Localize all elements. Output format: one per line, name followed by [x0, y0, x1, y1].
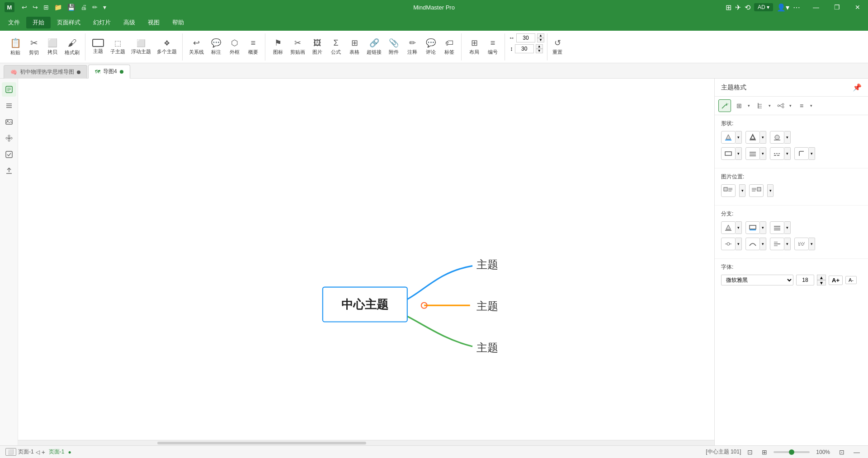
branch-node-btn[interactable] [721, 238, 736, 250]
frame-btn[interactable]: ⬡ 外框 [226, 34, 244, 60]
menu-view[interactable]: 视图 [142, 17, 166, 28]
more-right-btn[interactable]: ⋯ [793, 3, 800, 12]
fullscreen-btn[interactable]: ⊞ [726, 3, 731, 12]
page-nav-prev[interactable]: ◁ [36, 449, 40, 455]
branch-underline-arrow[interactable]: ▾ [760, 221, 766, 234]
width-down-btn[interactable]: ▼ [537, 38, 544, 42]
save-btn[interactable]: 💾 [66, 3, 77, 12]
branch-fill-btn[interactable] [721, 221, 736, 234]
side-nav-image[interactable] [2, 115, 16, 129]
table-btn[interactable]: ⊞ 表格 [345, 34, 363, 60]
line-style-btn[interactable] [745, 147, 760, 160]
circle-arrow[interactable]: ▾ [784, 131, 791, 144]
numbering-btn[interactable]: ≡ 编号 [484, 34, 502, 60]
menu-slideshow[interactable]: 幻灯片 [87, 17, 117, 28]
menu-start[interactable]: 开始 [26, 17, 51, 28]
tab-mindmap4[interactable]: 🗺 导图4 [88, 65, 130, 79]
corner-style-btn[interactable] [794, 147, 809, 160]
panel-tool-tree-arrow[interactable]: ▾ [766, 99, 773, 112]
hyperlink-btn[interactable]: 🔗 超链接 [364, 34, 384, 60]
menu-page-style[interactable]: 页面样式 [51, 17, 87, 28]
panel-tool-wand[interactable] [718, 99, 731, 112]
font-increase-btn[interactable]: A+ [829, 276, 843, 285]
branch-line-btn[interactable] [770, 221, 784, 234]
branch-dash-btn[interactable] [794, 238, 809, 250]
branch-arrow-side-arrow[interactable]: ▾ [784, 238, 791, 250]
font-size-input[interactable] [796, 275, 814, 285]
fullscreen-btn[interactable]: ⊡ [836, 448, 847, 457]
panel-tool-tree[interactable] [754, 99, 766, 112]
font-family-select[interactable]: 微软雅黑 宋体 黑体 Arial [721, 275, 793, 285]
close-btn[interactable]: ✕ [847, 0, 868, 14]
fill-color-btn[interactable] [721, 131, 736, 144]
comment-btn[interactable]: 💬 评论 [422, 34, 440, 60]
panel-tool-list[interactable]: ≡ [795, 99, 808, 112]
scrollbar-thumb[interactable] [157, 442, 366, 444]
branch-curve-arrow[interactable]: ▾ [760, 238, 766, 250]
menu-advanced[interactable]: 高级 [117, 17, 142, 28]
line-style-arrow[interactable]: ▾ [760, 147, 766, 160]
maximize-btn[interactable]: ❐ [826, 0, 847, 14]
dash-style-btn[interactable] [770, 147, 784, 160]
panel-pin-btn[interactable]: 📌 [853, 83, 862, 92]
width-input[interactable] [516, 33, 535, 42]
copy-btn[interactable]: ⬜ 拷贝 [43, 34, 61, 60]
panel-tool-node[interactable] [774, 99, 787, 112]
format-brush-btn[interactable]: 🖌 格式刷 [62, 34, 82, 60]
summary-btn[interactable]: ≡ 概要 [244, 34, 262, 60]
fill-color-arrow[interactable]: ▾ [736, 131, 742, 144]
border-style-arrow[interactable]: ▾ [736, 147, 742, 160]
branch-curve-btn[interactable] [745, 238, 760, 250]
multi-topic-btn[interactable]: ❖ 多个主题 [154, 34, 179, 60]
fit-page-btn[interactable]: ⊞ [759, 448, 770, 457]
font-size-down-btn[interactable]: ▼ [817, 280, 826, 285]
subtopic-btn[interactable]: ⬚ 子主题 [108, 34, 128, 60]
note-btn[interactable]: ✏ 注释 [403, 34, 421, 60]
icon-btn[interactable]: ⚑ 图标 [269, 34, 287, 60]
stroke-color-arrow[interactable]: ▾ [760, 131, 766, 144]
side-nav-style[interactable] [2, 82, 16, 97]
formula-btn[interactable]: Σ 公式 [327, 34, 345, 60]
stroke-color-btn[interactable] [745, 131, 760, 144]
relation-btn[interactable]: ↩ 关系线 [186, 34, 207, 60]
branch-underline-btn[interactable] [745, 221, 760, 234]
branch-line-arrow[interactable]: ▾ [784, 221, 791, 234]
img-right-btn[interactable] [749, 184, 764, 197]
corner-style-arrow[interactable]: ▾ [809, 147, 815, 160]
side-nav-check[interactable] [2, 147, 16, 162]
panel-tool-node-arrow[interactable]: ▾ [787, 99, 793, 112]
branch-arrow-btn[interactable] [770, 238, 784, 250]
horizontal-scrollbar[interactable] [18, 440, 714, 445]
send-btn[interactable]: ✈ [735, 3, 741, 12]
minimize-panel-btn[interactable]: — [851, 448, 863, 457]
new-btn[interactable]: ⊞ [42, 3, 51, 12]
menu-help[interactable]: 帮助 [166, 17, 190, 28]
user-btn[interactable]: 👤▾ [777, 3, 789, 12]
page-add-btn[interactable]: + [42, 449, 45, 456]
panel-tool-list-arrow[interactable]: ▾ [808, 99, 814, 112]
circle-fill-btn[interactable] [770, 131, 784, 144]
tag-btn[interactable]: 🏷 标签 [440, 34, 458, 60]
panel-tool-grid[interactable]: ⊞ [733, 99, 745, 112]
img-left-btn[interactable] [721, 184, 736, 197]
font-size-up-btn[interactable]: ▲ [817, 275, 826, 280]
branch-dash-arrow[interactable]: ▾ [809, 238, 815, 250]
clipart-btn[interactable]: ✂ 剪贴画 [288, 34, 308, 60]
height-up-btn[interactable]: ▲ [536, 44, 543, 49]
img-right-arrow[interactable]: ▾ [767, 184, 774, 197]
redo-btn[interactable]: ↪ [31, 3, 40, 12]
canvas[interactable]: 中心主题 主题 主题 主题 [18, 79, 714, 445]
side-nav-upload[interactable] [2, 164, 16, 178]
dash-style-arrow[interactable]: ▾ [784, 147, 791, 160]
tab-mindmap1[interactable]: 🧠 初中物理热学思维导图 [4, 65, 87, 79]
ad-btn[interactable]: AD ▾ [754, 3, 773, 11]
width-up-btn[interactable]: ▲ [537, 33, 544, 38]
menu-file[interactable]: 文件 [2, 17, 26, 28]
image-btn[interactable]: 🖼 图片 [308, 34, 326, 60]
layout-btn[interactable]: ⊞ 布局 [465, 34, 483, 60]
zoom-slider[interactable] [774, 451, 810, 453]
img-pos-arrow[interactable]: ▾ [739, 184, 745, 197]
side-nav-flower[interactable] [2, 131, 16, 145]
paste-btn[interactable]: 📋 粘贴 [6, 34, 24, 60]
height-down-btn[interactable]: ▼ [536, 49, 543, 53]
